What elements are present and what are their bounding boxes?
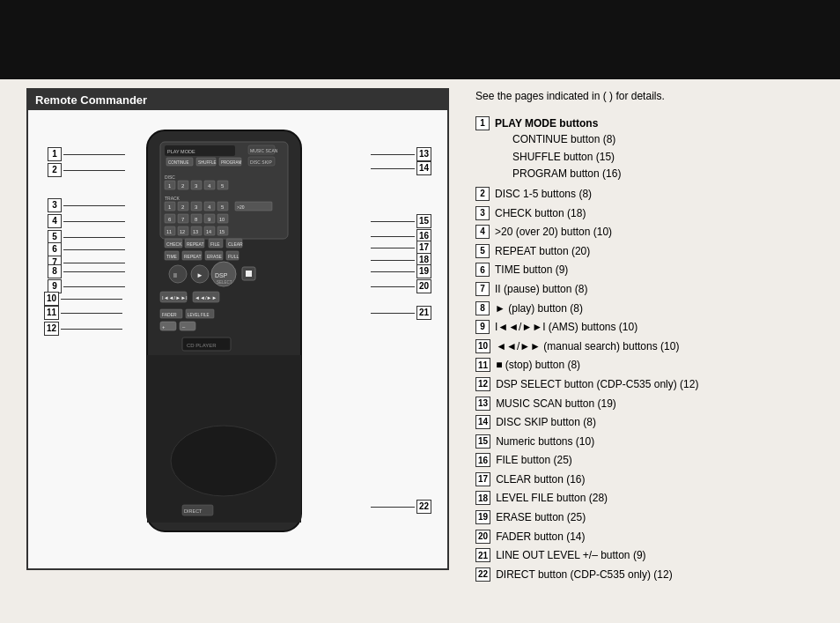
button-number-badge: 8 [475,301,490,315]
button-item-2: 2DISC 1-5 buttons (8) [475,186,822,203]
remote-box-title: Remote Commander [28,90,447,110]
button-main-label: PLAY MODE buttons [495,117,598,130]
button-number-badge: 14 [475,415,490,429]
right-panel: See the pages indicated in ( ) for detai… [475,88,822,585]
button-number-badge: 1 [475,116,490,130]
button-item-21: 21LINE OUT LEVEL +/– button (9) [475,547,822,564]
svg-text:PLAY MODE: PLAY MODE [167,149,195,154]
svg-text:SELECT: SELECT [217,280,232,285]
button-item-7: 7II (pause) button (8) [475,281,822,298]
svg-rect-82 [246,271,252,277]
button-number-badge: 9 [475,320,490,334]
svg-text:14: 14 [206,229,211,234]
svg-text:◄◄/►►: ◄◄/►► [195,295,217,300]
svg-text:►: ► [196,271,203,279]
button-description: REPEAT button (20) [495,243,822,260]
svg-text:DIRECT: DIRECT [184,508,203,514]
button-sub-item: PROGRAM button (16) [512,166,822,182]
button-description: MUSIC SCAN button (19) [496,396,822,412]
button-number-badge: 16 [475,453,490,467]
button-item-16: 16FILE button (25) [475,452,822,469]
button-number-badge: 4 [475,225,490,239]
button-item-10: 10◄◄/►► (manual search) buttons (10) [475,338,822,355]
label-4: 4 [48,214,125,228]
button-description: ◄◄/►► (manual search) buttons (10) [496,338,822,355]
svg-text:15: 15 [219,229,225,234]
svg-text:DISC: DISC [165,174,175,180]
button-item-1: 1PLAY MODE buttonsCONTINUE button (8)SHU… [475,115,822,183]
button-description: TIME button (9) [495,262,822,278]
label-11: 11 [44,306,122,320]
button-description: DIRECT button (CDP-C535 only) (12) [496,567,822,583]
button-number-badge: 19 [475,510,490,524]
button-number-badge: 15 [475,434,490,449]
svg-text:FADER: FADER [162,312,177,317]
button-description: ► (play) button (8) [495,300,822,317]
button-description: >20 (over 20) button (10) [495,224,822,241]
button-sub-list: CONTINUE button (8)SHUFFLE button (15)PR… [512,131,822,182]
button-description: FADER button (14) [496,529,822,545]
label-22: 22 [371,500,431,514]
button-list: 1PLAY MODE buttonsCONTINUE button (8)SHU… [475,115,822,583]
button-description: I◄◄/►►I (AMS) buttons (10) [495,319,822,336]
svg-text:PROGRAM: PROGRAM [221,160,242,165]
svg-text:10: 10 [219,217,225,222]
button-number-badge: 2 [475,187,490,201]
label-1: 1 [48,147,125,161]
remote-commander-box: Remote Commander PLAY MODE CONTINUE SHUF… [26,88,449,570]
svg-text:REPEAT: REPEAT [187,241,204,247]
svg-text:FULL: FULL [228,254,239,259]
button-description: DSP SELECT button (CDP-C535 only) (12) [496,376,822,393]
label-3: 3 [48,198,125,212]
label-13: 13 [371,147,431,161]
svg-text:CD PLAYER: CD PLAYER [187,343,217,348]
button-sub-item: SHUFFLE button (15) [512,149,822,166]
button-description: DISC 1-5 buttons (8) [495,186,822,203]
svg-text:13: 13 [193,229,198,234]
svg-text:+: + [162,324,166,330]
svg-text:ERASE: ERASE [207,254,223,259]
button-item-19: 19ERASE button (25) [475,509,822,526]
main-content: Remote Commander PLAY MODE CONTINUE SHUF… [26,88,822,585]
label-10: 10 [44,292,122,306]
label-19: 19 [371,264,431,278]
svg-text:REPEAT: REPEAT [184,254,202,259]
button-item-5: 5REPEAT button (20) [475,243,822,260]
button-description: ERASE button (25) [496,509,822,526]
svg-text:II: II [173,272,177,278]
button-description: ■ (stop) button (8) [496,357,822,374]
svg-rect-1 [160,142,288,239]
intro-text: See the pages indicated in ( ) for detai… [475,88,822,105]
button-item-13: 13MUSIC SCAN button (19) [475,396,822,412]
button-item-15: 15Numeric buttons (10) [475,434,822,450]
button-number-badge: 17 [475,472,490,486]
remote-svg: PLAY MODE CONTINUE SHUFFLE PROGRAM MUSIC… [112,126,336,538]
button-number-badge: 5 [475,244,490,258]
button-number-badge: 11 [475,358,490,372]
button-item-6: 6TIME button (9) [475,262,822,278]
button-number-badge: 18 [475,491,490,505]
button-description: LEVEL FILE button (28) [496,490,822,507]
label-8: 8 [48,264,125,278]
label-2: 2 [48,163,125,177]
button-item-4: 4>20 (over 20) button (10) [475,224,822,241]
button-number-badge: 22 [475,567,490,582]
button-item-12: 12DSP SELECT button (CDP-C535 only) (12) [475,376,822,393]
svg-text:I◄◄/►►I: I◄◄/►►I [162,295,188,300]
button-description: DISC SKIP button (8) [496,414,822,431]
svg-point-74 [169,265,187,283]
button-description: FILE button (25) [496,452,822,469]
button-number-badge: 7 [475,282,490,296]
button-item-17: 17CLEAR button (16) [475,471,822,488]
button-description: PLAY MODE buttonsCONTINUE button (8)SHUF… [495,115,822,183]
svg-text:TRACK: TRACK [165,196,181,201]
label-20: 20 [371,279,431,293]
label-14: 14 [371,161,431,175]
button-description: LINE OUT LEVEL +/– button (9) [496,547,822,564]
svg-text:CONTINUE: CONTINUE [168,160,189,165]
button-number-badge: 21 [475,548,490,562]
svg-text:>20: >20 [237,204,245,210]
button-item-11: 11■ (stop) button (8) [475,357,822,374]
svg-text:11: 11 [166,229,172,234]
button-description: Numeric buttons (10) [496,434,822,450]
